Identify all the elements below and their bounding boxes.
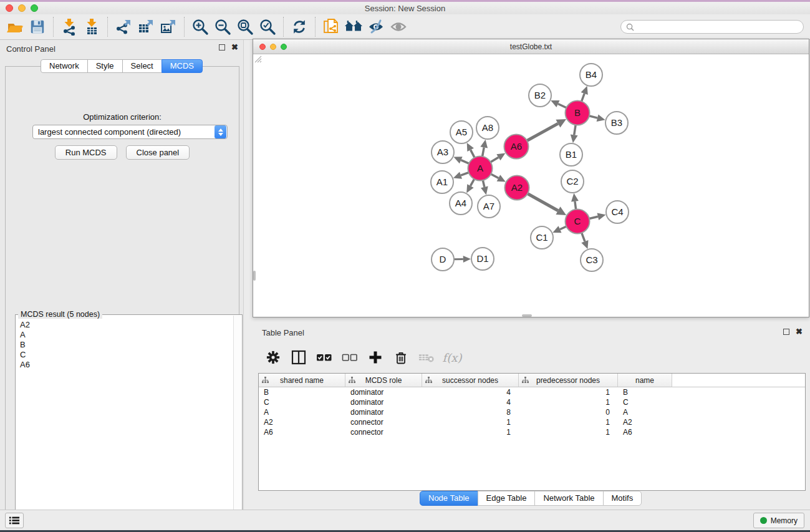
search-input[interactable] (637, 22, 798, 31)
control-panel-tab-mcds[interactable]: MCDS (162, 59, 203, 73)
zoom-selected-button[interactable] (256, 16, 279, 37)
table-cell[interactable]: 1 (422, 427, 519, 437)
clone-network-button[interactable] (320, 16, 342, 37)
close-table-panel-icon[interactable]: ✖ (796, 329, 803, 335)
table-cell[interactable]: A6 (259, 427, 345, 437)
control-panel-tab-network[interactable]: Network (41, 59, 88, 73)
column-header-predecessor-nodes[interactable]: predecessor nodes (519, 374, 618, 387)
hide-selected-button[interactable] (365, 16, 387, 37)
gear-icon (266, 351, 280, 364)
canvas-horizontal-scroll-thumb[interactable] (522, 314, 532, 317)
table-cell[interactable]: 4 (422, 387, 519, 397)
import-network-icon (60, 18, 78, 36)
column-header-successor-nodes[interactable]: successor nodes (422, 374, 519, 387)
table-cell[interactable]: 0 (519, 407, 618, 417)
export-network-button[interactable] (112, 16, 135, 37)
control-panel-tab-select[interactable]: Select (122, 59, 162, 73)
column-header-name[interactable]: name (618, 374, 672, 387)
show-columns-button[interactable] (291, 349, 307, 365)
table-cell[interactable]: dominator (345, 397, 422, 407)
graph-node-label-A5: A5 (456, 127, 467, 137)
table-cell[interactable]: dominator (345, 407, 422, 417)
column-header-mcds-role[interactable]: MCDS role (345, 374, 422, 387)
table-cell[interactable]: 1 (519, 427, 618, 437)
table-cell[interactable]: connector (345, 427, 422, 437)
memory-button[interactable]: Memory (753, 513, 804, 528)
table-row[interactable]: Adominator80A (259, 407, 805, 417)
table-cell[interactable]: A6 (618, 427, 672, 437)
column-header-label: successor nodes (442, 376, 498, 385)
mcds-result-item[interactable]: B (20, 340, 242, 350)
control-panel-tab-style[interactable]: Style (87, 59, 123, 73)
float-table-panel-icon[interactable] (783, 329, 789, 335)
table-row[interactable]: Bdominator41B (259, 387, 805, 397)
zoom-in-button[interactable] (189, 16, 211, 37)
mcds-result-scrollbar[interactable] (233, 316, 241, 524)
first-neighbors-button[interactable] (342, 16, 365, 37)
zoom-fit-button[interactable] (234, 16, 256, 37)
deselect-all-button[interactable] (342, 349, 358, 365)
export-image-button[interactable] (157, 16, 180, 37)
table-cell[interactable]: 8 (422, 407, 519, 417)
show-panels-button[interactable] (5, 513, 24, 528)
table-cell[interactable]: A2 (618, 417, 672, 427)
table-cell[interactable]: 1 (519, 417, 618, 427)
canvas-vertical-scroll-thumb[interactable] (253, 271, 256, 281)
table-cell[interactable]: C (618, 397, 672, 407)
dropdown-selected-value: largest connected component (directed) (33, 127, 215, 137)
float-panel-icon[interactable] (219, 44, 225, 51)
table-cell[interactable]: 1 (422, 417, 519, 427)
table-cell[interactable]: A (259, 407, 345, 417)
clone-network-icon (322, 18, 340, 36)
table-tab-network-table[interactable]: Network Table (534, 491, 603, 506)
close-panel-icon[interactable]: ✖ (231, 44, 238, 51)
table-cell[interactable]: 1 (519, 387, 618, 397)
dropdown-stepper-icon (215, 125, 226, 138)
column-header-shared-name[interactable]: shared name (259, 374, 345, 387)
export-table-button[interactable] (135, 16, 157, 37)
table-cell[interactable]: A (618, 407, 672, 417)
table-row[interactable]: Cdominator41C (259, 397, 805, 407)
import-network-button[interactable] (58, 16, 80, 37)
table-cell[interactable]: A2 (259, 417, 345, 427)
delete-columns-button[interactable] (393, 349, 409, 365)
list-icon (9, 516, 20, 525)
import-table-button[interactable] (80, 16, 103, 37)
search-icon (626, 23, 634, 31)
network-canvas[interactable]: B4B2BB3A5A8A6A3B1AA1C2A2A4A7C4CC1DD1C3 (253, 54, 809, 317)
save-session-button[interactable] (26, 16, 49, 37)
zoom-out-button[interactable] (211, 16, 234, 37)
mcds-result-item[interactable]: A6 (20, 360, 242, 370)
table-cell[interactable]: connector (345, 417, 422, 427)
close-panel-button[interactable]: Close panel (126, 145, 190, 160)
table-cell[interactable]: B (259, 387, 345, 397)
resize-grip-icon[interactable] (253, 54, 262, 63)
table-row[interactable]: A6connector11A6 (259, 427, 805, 437)
open-file-button[interactable] (4, 16, 26, 37)
run-mcds-button[interactable]: Run MCDS (55, 145, 117, 160)
table-cell[interactable]: C (259, 397, 345, 407)
table-cell[interactable]: 1 (519, 397, 618, 407)
mcds-result-item[interactable]: A (20, 330, 242, 340)
search-box[interactable] (620, 20, 804, 34)
table-cell[interactable]: 4 (422, 397, 519, 407)
mcds-result-item[interactable]: A2 (20, 320, 242, 330)
table-settings-button[interactable] (265, 349, 281, 365)
table-tab-node-table[interactable]: Node Table (420, 491, 478, 506)
create-column-button[interactable] (367, 349, 383, 365)
graph-node-label-A8: A8 (482, 122, 493, 133)
refresh-button[interactable] (288, 16, 311, 37)
network-graph[interactable]: B4B2BB3A5A8A6A3B1AA1C2A2A4A7C4CC1DD1C3 (253, 54, 809, 317)
show-all-button[interactable] (387, 16, 410, 37)
table-tab-edge-table[interactable]: Edge Table (478, 491, 536, 506)
table-tab-motifs[interactable]: Motifs (603, 491, 642, 506)
optimization-criterion-dropdown[interactable]: largest connected component (directed) (32, 125, 228, 139)
table-cell[interactable]: B (618, 387, 672, 397)
zoom-in-icon (191, 18, 209, 36)
mcds-result-item[interactable]: C (20, 350, 242, 360)
optimization-criterion-label: Optimization criterion: (6, 112, 239, 122)
select-all-button[interactable] (316, 349, 332, 365)
table-cell[interactable]: dominator (345, 387, 422, 397)
shared-column-icon (262, 377, 269, 384)
table-row[interactable]: A2connector11A2 (259, 417, 805, 427)
